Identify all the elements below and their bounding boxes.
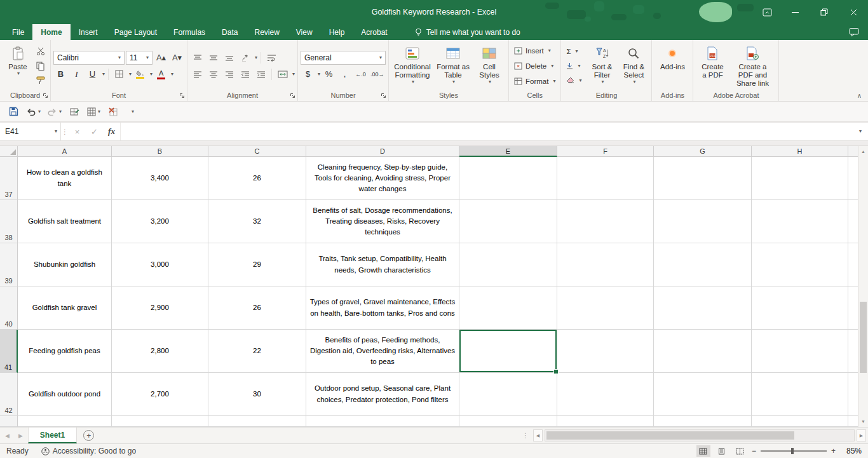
cell-partial[interactable] <box>459 416 557 427</box>
format-cells-button[interactable]: Format ▾ <box>512 74 558 88</box>
column-header-d[interactable]: D <box>306 146 459 157</box>
align-left-button[interactable] <box>190 67 205 81</box>
cell-partial[interactable] <box>848 416 858 427</box>
cell-h42[interactable] <box>752 373 848 416</box>
cell-partial[interactable] <box>208 416 306 427</box>
borders-button[interactable] <box>112 67 126 81</box>
italic-button[interactable]: I <box>69 67 84 81</box>
sheet-nav-left-icon[interactable]: ◀ <box>5 433 10 439</box>
close-button[interactable] <box>839 0 868 24</box>
new-sheet-button[interactable]: + <box>83 430 94 441</box>
vertical-scrollbar-thumb[interactable] <box>860 302 867 373</box>
merge-center-button[interactable] <box>275 67 290 81</box>
cell-d38[interactable]: Benefits of salt, Dosage recommendations… <box>306 200 459 243</box>
cell-g37[interactable] <box>654 157 752 200</box>
row-header-40[interactable]: 40 <box>0 286 18 330</box>
zoom-level[interactable]: 85% <box>840 447 862 455</box>
cell-c38[interactable]: 32 <box>208 200 306 243</box>
font-color-button[interactable]: A <box>154 67 168 81</box>
qat-redo-button[interactable]: ▾ <box>45 104 64 119</box>
page-break-view-button[interactable] <box>733 445 747 457</box>
cell-d40[interactable]: Types of gravel, Gravel maintenance, Eff… <box>306 286 459 330</box>
feedback-button[interactable] <box>849 27 859 37</box>
cell-stub[interactable] <box>848 330 858 373</box>
qat-customize-button[interactable]: ▾ <box>124 104 140 119</box>
cell-b42[interactable]: 2,700 <box>112 373 208 416</box>
sheet-nav-right-icon[interactable]: ▶ <box>18 433 23 439</box>
zoom-in-button[interactable]: + <box>831 447 836 455</box>
minimize-button[interactable] <box>780 0 810 24</box>
font-name-select[interactable]: Calibri ▾ <box>53 51 125 65</box>
vertical-scrollbar-track[interactable] <box>858 157 868 416</box>
decrease-decimal-button[interactable]: .00→ <box>369 67 386 81</box>
top-align-button[interactable] <box>190 51 205 65</box>
fill-color-button[interactable] <box>133 67 147 81</box>
increase-decimal-button[interactable]: ←.0 <box>353 67 368 81</box>
tab-data[interactable]: Data <box>214 24 246 40</box>
cell-d42[interactable]: Outdoor pond setup, Seasonal care, Plant… <box>306 373 459 416</box>
sort-filter-button[interactable]: AZ Sort & Filter ▾ <box>585 43 618 89</box>
cell-f42[interactable] <box>557 373 654 416</box>
cell-b37[interactable]: 3,400 <box>112 157 208 200</box>
row-header-39[interactable]: 39 <box>0 243 18 286</box>
alignment-dialog-launcher[interactable] <box>288 91 296 99</box>
font-color-menu-chevron[interactable]: ▾ <box>171 72 173 77</box>
select-all-button[interactable] <box>0 146 18 157</box>
cell-h38[interactable] <box>752 200 848 243</box>
borders-menu-chevron[interactable]: ▾ <box>129 72 132 77</box>
cell-stub[interactable] <box>848 373 858 416</box>
increase-indent-button[interactable] <box>254 67 268 81</box>
cell-a41[interactable]: Feeding goldfish peas <box>18 330 112 373</box>
tab-review[interactable]: Review <box>246 24 287 40</box>
cell-stub[interactable] <box>848 157 858 200</box>
horizontal-scrollbar-thumb[interactable] <box>546 431 794 440</box>
cell-partial[interactable] <box>18 416 112 427</box>
tab-file[interactable]: File <box>4 24 32 40</box>
cell-g39[interactable] <box>654 243 752 286</box>
cell-partial[interactable] <box>112 416 208 427</box>
cell-a37[interactable]: How to clean a goldfish tank <box>18 157 112 200</box>
cell-styles-button[interactable]: Cell Styles ▾ <box>473 43 506 89</box>
collapse-ribbon-button[interactable]: ∧ <box>857 92 862 99</box>
cell-e40[interactable] <box>459 286 557 330</box>
paste-button[interactable]: Paste ▾ <box>3 43 33 89</box>
accounting-menu-chevron[interactable]: ▾ <box>318 72 320 77</box>
row-header-37[interactable]: 37 <box>0 157 18 200</box>
tab-acrobat[interactable]: Acrobat <box>353 24 395 40</box>
cell-c42[interactable]: 30 <box>208 373 306 416</box>
zoom-out-button[interactable]: − <box>752 447 756 455</box>
cell-c41[interactable]: 22 <box>208 330 306 373</box>
format-as-table-button[interactable]: Format as Table ▾ <box>433 43 473 89</box>
cell-e42[interactable] <box>459 373 557 416</box>
row-header-42[interactable]: 42 <box>0 373 18 416</box>
cell-f39[interactable] <box>557 243 654 286</box>
decrease-indent-button[interactable] <box>238 67 252 81</box>
find-select-button[interactable]: Find & Select ▾ <box>618 43 649 89</box>
column-header-b[interactable]: B <box>112 146 208 157</box>
insert-function-button[interactable]: fx <box>103 123 120 140</box>
cell-a39[interactable]: Shubunkin goldfish <box>18 243 112 286</box>
middle-align-button[interactable] <box>206 51 220 65</box>
column-header-a[interactable]: A <box>18 146 112 157</box>
cell-stub[interactable] <box>848 243 858 286</box>
cell-a38[interactable]: Goldfish salt treatment <box>18 200 112 243</box>
column-header-c[interactable]: C <box>208 146 306 157</box>
cell-e39[interactable] <box>459 243 557 286</box>
cell-h37[interactable] <box>752 157 848 200</box>
tab-view[interactable]: View <box>288 24 321 40</box>
name-box-resize-handle[interactable]: ⋮ <box>61 123 69 140</box>
add-ins-button[interactable]: Add-ins <box>654 43 690 89</box>
hscroll-left-button[interactable]: ◀ <box>533 429 543 441</box>
zoom-slider[interactable] <box>761 450 827 452</box>
name-box[interactable]: E41 ▾ <box>0 123 61 140</box>
cut-button[interactable] <box>33 44 48 58</box>
cell-g42[interactable] <box>654 373 752 416</box>
copy-button[interactable] <box>33 59 48 73</box>
cell-partial[interactable] <box>752 416 848 427</box>
cell-c40[interactable]: 26 <box>208 286 306 330</box>
cancel-button[interactable]: × <box>69 123 86 140</box>
create-pdf-button[interactable]: PDF Create a PDF <box>696 43 729 89</box>
autosum-button[interactable]: Σ ▾ <box>564 44 584 58</box>
number-dialog-launcher[interactable] <box>379 91 387 99</box>
tab-help[interactable]: Help <box>321 24 353 40</box>
